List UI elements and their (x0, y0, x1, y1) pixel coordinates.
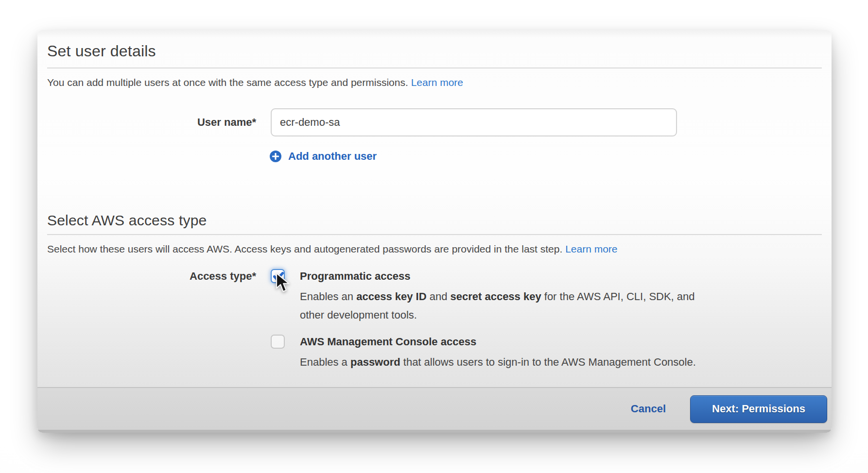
programmatic-access-desc-line1: Enables an access key ID and secret acce… (300, 287, 695, 306)
desc-text: Enables a (300, 356, 350, 368)
next-permissions-button[interactable]: Next: Permissions (690, 395, 827, 423)
access-type-options: Programmatic access Enables an access ke… (271, 269, 696, 372)
access-type-divider (47, 234, 822, 235)
add-another-user-label: Add another user (288, 150, 377, 163)
page: { "user_details": { "title": "Set user d… (0, 0, 868, 473)
desc-text: Enables an (300, 290, 356, 303)
desc-bold-access-key-id: access key ID (356, 290, 426, 303)
wizard-footer: Cancel Next: Permissions (37, 387, 832, 433)
desc-bold-password: password (350, 356, 400, 368)
learn-more-link-user-details[interactable]: Learn more (411, 77, 463, 88)
programmatic-access-desc-line2: other development tools. (300, 306, 695, 324)
access-type-form-row: Access type* Programmatic access Enables… (47, 269, 822, 372)
add-another-user-button[interactable]: Add another user (270, 149, 822, 164)
username-input[interactable] (271, 108, 677, 136)
programmatic-access-text: Programmatic access Enables an access ke… (300, 269, 695, 324)
checkmark-icon (272, 270, 285, 283)
programmatic-access-title: Programmatic access (300, 269, 695, 283)
title-divider (47, 68, 822, 68)
plus-circle-icon (270, 151, 281, 162)
wizard-step-content: Set user details You can add multiple us… (37, 30, 832, 387)
access-type-description-text: Select how these users will access AWS. … (47, 243, 562, 254)
user-details-description: You can add multiple users at once with … (47, 76, 822, 89)
console-access-title: AWS Management Console access (300, 335, 696, 349)
console-access-checkbox[interactable] (271, 335, 285, 349)
username-label: User name* (47, 116, 256, 129)
desc-text: that allows users to sign-in to the AWS … (400, 356, 696, 368)
access-type-description: Select how these users will access AWS. … (47, 242, 822, 256)
console-access-text: AWS Management Console access Enables a … (300, 335, 696, 372)
username-form-row: User name* (47, 108, 822, 136)
console-access-desc: Enables a password that allows users to … (300, 353, 696, 372)
access-type-label: Access type* (47, 269, 256, 372)
user-details-description-text: You can add multiple users at once with … (47, 77, 408, 88)
page-title: Set user details (47, 30, 822, 61)
access-type-section-title: Select AWS access type (47, 212, 822, 229)
programmatic-access-checkbox[interactable] (271, 269, 285, 283)
desc-text: and (427, 290, 451, 303)
desc-text: for the AWS API, CLI, SDK, and (541, 290, 695, 303)
console-access-option: AWS Management Console access Enables a … (271, 335, 696, 372)
learn-more-link-access-type[interactable]: Learn more (565, 243, 617, 254)
programmatic-access-option: Programmatic access Enables an access ke… (271, 269, 696, 324)
add-user-wizard-panel: Set user details You can add multiple us… (37, 30, 832, 433)
cancel-button[interactable]: Cancel (631, 403, 666, 415)
programmatic-access-desc: Enables an access key ID and secret acce… (300, 287, 695, 324)
desc-bold-secret-access-key: secret access key (450, 290, 541, 303)
